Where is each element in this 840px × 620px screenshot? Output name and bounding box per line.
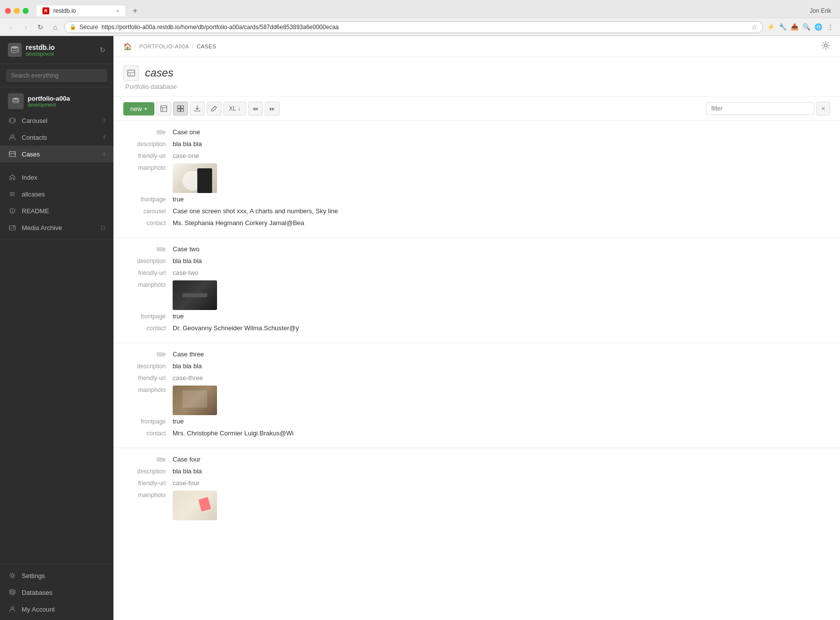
sidebar-item-media-archive[interactable]: Media Archive 11 [0, 219, 113, 236]
logo-icon [8, 43, 22, 57]
table-row: title Case three description bla bla bla… [113, 343, 840, 448]
breadcrumb-db-link[interactable]: PORTFOLIO-A00A [139, 43, 189, 49]
field-row-title: title Case one [123, 128, 830, 138]
field-row-contact: contact Ms. Stephania Hegmann Corkery Ja… [123, 219, 830, 229]
browser-tab[interactable]: R restdb.io × [37, 5, 125, 16]
refresh-button[interactable]: ↻ [100, 46, 106, 54]
contacts-icon-svg [9, 134, 16, 141]
bookmark-icon[interactable]: ☆ [751, 23, 758, 31]
media-archive-icon-svg [9, 224, 16, 231]
table-row: title Case four description bla bla bla … [113, 448, 840, 529]
tab-close-button[interactable]: × [116, 8, 119, 14]
db-name-block: portfolio-a00a development [28, 95, 70, 108]
field-row-frontpage: frontpage true [123, 312, 830, 322]
svg-point-5 [11, 135, 14, 138]
db-icon-svg [11, 97, 20, 106]
sidebar-item-myaccount[interactable]: My Account [0, 601, 113, 618]
svg-rect-20 [128, 70, 135, 76]
field-row-frontpage: frontpage true [123, 417, 830, 427]
field-row-description: description bla bla bla [123, 140, 830, 150]
minimize-button[interactable] [14, 8, 20, 14]
field-row-description: description bla bla bla [123, 362, 830, 372]
field-row-mainphoto: mainphoto [123, 163, 830, 193]
field-row-carousel: carousel Case one screen shot xxx, A cha… [123, 207, 830, 217]
sidebar-utilities-section: Index allcases [0, 166, 113, 239]
new-record-button[interactable]: new + [123, 102, 154, 116]
svg-rect-29 [181, 109, 184, 112]
breadcrumb-settings-button[interactable] [821, 41, 830, 52]
svg-point-17 [10, 590, 15, 592]
menu-icon[interactable]: ⋮ [825, 22, 835, 32]
toolbar: new + [113, 97, 840, 121]
field-row-friendly-url: friendly-url case-three [123, 374, 830, 384]
records-container: title Case one description bla bla bla f… [113, 121, 840, 620]
new-tab-button[interactable]: + [129, 5, 141, 17]
collection-icon-svg [127, 69, 136, 78]
settings-gear-icon [821, 41, 830, 50]
sidebar-item-databases[interactable]: Databases [0, 584, 113, 601]
filter-input[interactable] [706, 102, 814, 115]
sidebar-item-allcases[interactable]: allcases [0, 186, 113, 202]
extension-icon-3[interactable]: 📥 [790, 22, 800, 32]
record-fields: title Case three description bla bla bla… [123, 350, 830, 441]
home-button[interactable]: ⌂ [49, 21, 61, 33]
breadcrumb-home-icon[interactable]: 🏠 [123, 42, 132, 50]
export-button[interactable] [190, 102, 205, 116]
settings-icon-svg [9, 572, 16, 579]
nav-bar: ‹ › ↻ ⌂ 🔒 Secure https://portfolio-a00a.… [0, 18, 840, 36]
address-bar[interactable]: 🔒 Secure https://portfolio-a00a.restdb.i… [64, 21, 763, 33]
sidebar-item-contacts[interactable]: Contacts 4 [0, 129, 113, 146]
sidebar-item-settings[interactable]: Settings [0, 567, 113, 584]
field-row-contact: contact Mrs. Christophe Cormier Luigi.Br… [123, 429, 830, 439]
extension-icon-4[interactable]: 🔍 [802, 22, 811, 32]
reload-button[interactable]: ↻ [35, 21, 46, 33]
close-button[interactable] [5, 8, 11, 14]
myaccount-icon [8, 605, 17, 614]
extension-icon-2[interactable]: 🔧 [778, 22, 788, 32]
breadcrumb-current: CASES [197, 43, 217, 49]
main-header: cases Portfolio database [113, 57, 840, 97]
field-row-friendly-url: friendly-url case-two [123, 269, 830, 278]
databases-icon-svg [9, 589, 16, 596]
xl-button[interactable]: XL ↓ [223, 102, 246, 116]
sidebar-item-carousel[interactable]: Carousel 3 [0, 112, 113, 129]
field-row-title: title Case four [123, 455, 830, 465]
svg-rect-23 [161, 106, 167, 112]
sidebar-bottom: Settings Databases [0, 564, 113, 620]
maximize-button[interactable] [23, 8, 29, 14]
edit-icon [211, 105, 218, 112]
sidebar-item-readme[interactable]: README [0, 202, 113, 219]
photo-thumbnail [173, 163, 217, 193]
field-row-contact: contact Dr. Geovanny Schneider Wilma.Sch… [123, 324, 830, 334]
field-row-frontpage: frontpage true [123, 195, 830, 205]
svg-point-19 [824, 44, 827, 47]
cases-icon-svg [9, 151, 16, 157]
filter-clear-button[interactable]: × [816, 102, 830, 116]
svg-point-15 [13, 226, 14, 227]
svg-point-16 [11, 575, 14, 577]
sidebar-item-cases[interactable]: Cases 4 [0, 146, 113, 162]
search-input[interactable] [6, 69, 108, 82]
media-archive-icon [8, 223, 17, 232]
home-icon-svg [9, 174, 16, 181]
field-row-description: description bla bla bla [123, 467, 830, 477]
collection-icon [123, 65, 139, 81]
main-title-row: cases [123, 65, 830, 81]
first-page-button[interactable]: ⏮ [248, 102, 263, 116]
back-button[interactable]: ‹ [5, 21, 17, 33]
filter-area: × [706, 102, 830, 116]
edit-button[interactable] [207, 102, 221, 116]
svg-rect-26 [178, 106, 181, 109]
extension-icon-5[interactable]: 🌐 [813, 22, 823, 32]
carousel-icon [8, 116, 17, 125]
view-card-button[interactable] [173, 102, 188, 116]
forward-button[interactable]: › [20, 21, 32, 33]
extension-icon-1[interactable]: ⚡ [766, 22, 776, 32]
tab-favicon: R [42, 7, 49, 14]
view-table-button[interactable] [156, 102, 171, 116]
sidebar-db-section: portfolio-a00a development Carousel 3 [0, 87, 113, 166]
last-page-button[interactable]: ⏭ [265, 102, 280, 116]
sidebar-item-index[interactable]: Index [0, 169, 113, 186]
sidebar-db-header[interactable]: portfolio-a00a development [0, 90, 113, 112]
photo-thumbnail [173, 491, 217, 520]
